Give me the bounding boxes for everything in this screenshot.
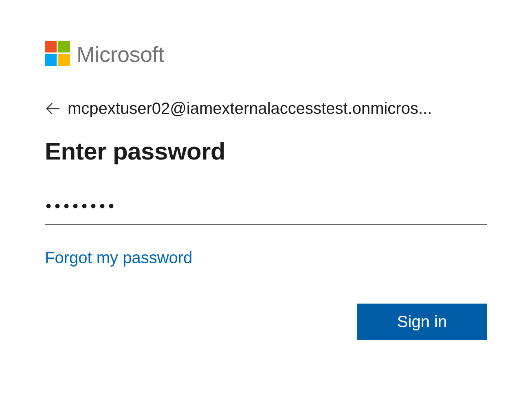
svg-rect-3 xyxy=(58,54,70,66)
identity-row: mcpextuser02@iamexternalaccesstest.onmic… xyxy=(45,99,487,118)
microsoft-logo-icon xyxy=(45,41,70,68)
account-email: mcpextuser02@iamexternalaccesstest.onmic… xyxy=(68,99,432,118)
svg-rect-2 xyxy=(45,54,57,66)
brand-name: Microsoft xyxy=(77,42,164,67)
forgot-password-link[interactable]: Forgot my password xyxy=(45,249,192,267)
svg-rect-1 xyxy=(58,41,70,52)
password-input[interactable] xyxy=(45,195,487,225)
svg-rect-0 xyxy=(45,41,57,52)
page-title: Enter password xyxy=(45,137,487,165)
login-panel: Microsoft mcpextuser02@iamexternalaccess… xyxy=(45,41,487,340)
signin-button[interactable]: Sign in xyxy=(357,304,487,340)
back-button[interactable] xyxy=(45,101,60,116)
button-row: Sign in xyxy=(45,304,487,340)
brand-row: Microsoft xyxy=(45,41,487,68)
arrow-left-icon xyxy=(45,101,60,116)
